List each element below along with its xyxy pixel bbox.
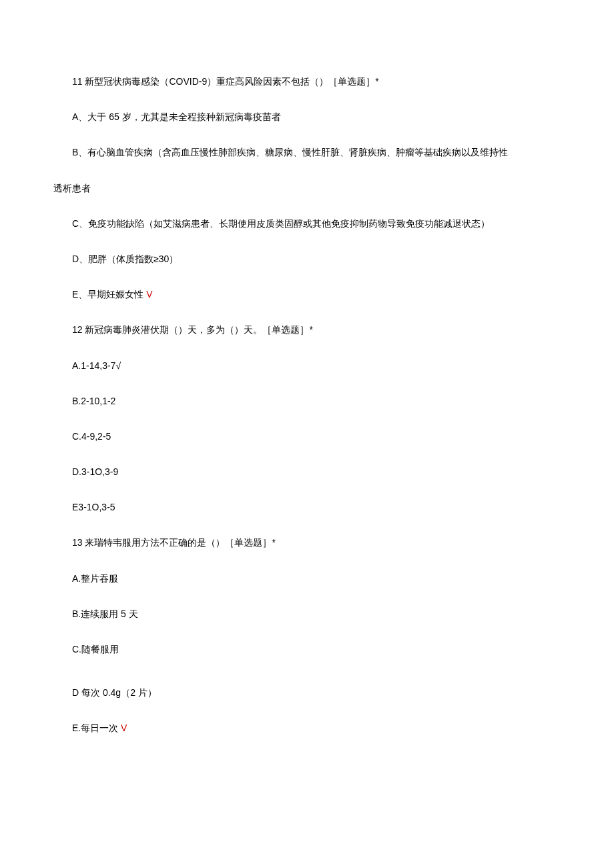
option-label: B、 xyxy=(72,147,87,157)
option-text: 1-14,3-7 xyxy=(81,360,115,371)
option-text: 每次 0.4g（2 片） xyxy=(81,687,157,698)
question-13: 13 来瑞特韦服用方法不正确的是（）［单选题］* A.整片吞服 B.连续服用 5… xyxy=(53,534,561,737)
option-a: A.1-14,3-7√ xyxy=(53,358,561,374)
option-text: 整片吞服 xyxy=(81,573,118,584)
option-a: A、大于 65 岁，尤其是未全程接种新冠病毒疫苗者 xyxy=(53,109,561,125)
option-label: E. xyxy=(72,723,81,733)
question-text: 新冠病毒肺炎潜伏期（）天，多为（）天。［单选题］* xyxy=(85,324,312,335)
option-text: 连续服用 5 天 xyxy=(81,608,138,619)
option-label: D. xyxy=(72,466,81,477)
question-stem: 13 来瑞特韦服用方法不正确的是（）［单选题］* xyxy=(53,534,561,551)
option-c: C.4-9,2-5 xyxy=(53,428,561,445)
option-label: A、 xyxy=(72,111,87,122)
option-e: E3-1O,3-5 xyxy=(53,499,561,516)
option-text: 大于 65 岁，尤其是未全程接种新冠病毒疫苗者 xyxy=(87,111,280,122)
option-text: 有心脑血管疾病（含高血压慢性肺部疾病、糖尿病、慢性肝脏、肾脏疾病、肿瘤等基础疾病… xyxy=(87,147,508,157)
option-label: C. xyxy=(72,431,81,442)
option-text: 每日一次 xyxy=(81,723,118,733)
option-text: 随餐服用 xyxy=(81,644,119,655)
question-number: 12 xyxy=(72,324,83,335)
correct-mark-icon: √ xyxy=(115,360,121,371)
question-12: 12 新冠病毒肺炎潜伏期（）天，多为（）天。［单选题］* A.1-14,3-7√… xyxy=(53,322,561,516)
question-stem: 11 新型冠状病毒感染（COVID-9）重症高风险因素不包括（）［单选题］* xyxy=(53,73,561,90)
option-label: B. xyxy=(72,396,81,406)
option-text: 4-9,2-5 xyxy=(81,431,111,442)
option-text: 肥胖（体质指数≥30） xyxy=(88,254,178,264)
option-c: C.随餐服用 xyxy=(53,641,561,658)
option-a: A.整片吞服 xyxy=(53,570,561,587)
option-text: 3-1O,3-5 xyxy=(78,502,115,512)
option-e: E.每日一次 V xyxy=(53,720,561,737)
option-label: D xyxy=(72,687,81,698)
option-label: A. xyxy=(72,573,81,584)
option-d: D、肥胖（体质指数≥30） xyxy=(53,251,561,268)
option-text: 免疫功能缺陷（如艾滋病患者、长期使用皮质类固醇或其他免疫抑制药物导致免疫功能减退… xyxy=(88,218,490,229)
option-b: B.2-10,1-2 xyxy=(53,393,561,410)
option-b: B.连续服用 5 天 xyxy=(53,606,561,622)
option-b-continuation: 透析患者 xyxy=(53,180,561,197)
option-label: C. xyxy=(72,644,81,655)
option-label: E、 xyxy=(72,289,87,300)
question-11: 11 新型冠状病毒感染（COVID-9）重症高风险因素不包括（）［单选题］* A… xyxy=(53,73,561,303)
option-label: E xyxy=(72,502,78,512)
question-stem: 12 新冠病毒肺炎潜伏期（）天，多为（）天。［单选题］* xyxy=(53,322,561,338)
option-c: C、免疫功能缺陷（如艾滋病患者、长期使用皮质类固醇或其他免疫抑制药物导致免疫功能… xyxy=(53,215,561,232)
option-text: 早期妊娠女性 xyxy=(87,289,143,300)
question-number: 11 xyxy=(72,76,83,87)
option-text: 3-1O,3-9 xyxy=(81,466,118,477)
option-text: 2-10,1-2 xyxy=(81,396,115,406)
question-text: 新型冠状病毒感染（COVID-9）重症高风险因素不包括（）［单选题］* xyxy=(85,76,378,87)
option-e: E、早期妊娠女性 V xyxy=(53,286,561,303)
option-b: B、有心脑血管疾病（含高血压慢性肺部疾病、糖尿病、慢性肝脏、肾脏疾病、肿瘤等基础… xyxy=(53,144,561,161)
option-label: B. xyxy=(72,608,81,619)
option-label: D、 xyxy=(72,254,88,264)
option-label: C、 xyxy=(72,218,88,229)
option-d: D.3-1O,3-9 xyxy=(53,464,561,480)
correct-mark-icon: V xyxy=(143,289,152,300)
correct-mark-icon: V xyxy=(118,723,127,733)
question-text: 来瑞特韦服用方法不正确的是（）［单选题］* xyxy=(85,537,275,548)
option-d: D 每次 0.4g（2 片） xyxy=(53,685,561,701)
question-number: 13 xyxy=(72,537,83,548)
option-label: A. xyxy=(72,360,81,371)
